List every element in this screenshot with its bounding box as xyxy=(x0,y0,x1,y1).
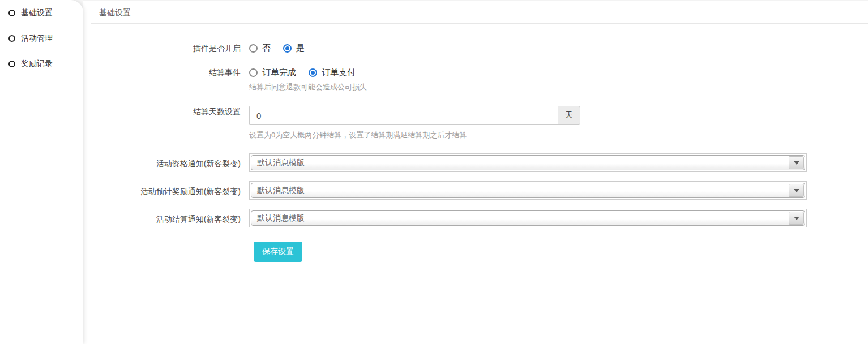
field-label: 结算天数设置 xyxy=(83,106,249,117)
save-settings-button[interactable]: 保存设置 xyxy=(254,242,302,262)
select-value: 默认消息模版 xyxy=(257,158,305,168)
field-label: 插件是否开启 xyxy=(83,42,249,54)
dropdown-arrow-button[interactable] xyxy=(789,156,804,169)
input-unit-addon: 天 xyxy=(558,106,580,125)
circle-icon xyxy=(8,61,15,67)
settlement-days-help-text: 设置为0为空大概两分钟结算，设置了结算期满足结算期之后才结算 xyxy=(249,130,868,140)
sidebar-item-label: 活动管理 xyxy=(21,33,53,44)
radio-icon[interactable] xyxy=(283,44,292,53)
select-value: 默认消息模版 xyxy=(257,186,305,196)
form-row-plugin-enabled: 插件是否开启 否 是 xyxy=(83,42,868,54)
settlement-days-input[interactable] xyxy=(249,106,558,125)
main-content: 基础设置 插件是否开启 否 是 xyxy=(83,0,868,344)
form-row-notify-settlement: 活动结算通知(新客裂变) 默认消息模版 xyxy=(83,209,868,227)
page-title: 基础设置 xyxy=(91,1,868,24)
form-row-notify-estimated-reward: 活动预计奖励通知(新客裂变) 默认消息模版 xyxy=(83,181,868,200)
button-row: 保存设置 xyxy=(83,242,868,262)
radio-option-order-paid[interactable]: 订单支付 xyxy=(309,67,356,78)
chevron-down-icon xyxy=(794,189,799,192)
select-value: 默认消息模版 xyxy=(257,213,305,223)
radio-option-label[interactable]: 否 xyxy=(262,43,271,54)
notify-qualification-select[interactable]: 默认消息模版 xyxy=(251,155,805,170)
notify-estimated-reward-select-wrap: 默认消息模版 xyxy=(249,181,807,200)
field-label: 活动预计奖励通知(新客裂变) xyxy=(83,181,249,197)
chevron-down-icon xyxy=(794,161,799,165)
radio-option-no[interactable]: 否 xyxy=(249,43,271,54)
settings-page: 基础设置 活动管理 奖励记录 基础设置 插件是否开启 xyxy=(0,0,868,344)
form-row-settlement-days: 结算天数设置 天 设置为0为空大概两分钟结算，设置了结算期满足结算期之后才结算 xyxy=(83,106,868,140)
sidebar-column: 基础设置 活动管理 奖励记录 xyxy=(0,0,83,344)
settlement-event-radio-group: 订单完成 订单支付 xyxy=(249,67,868,78)
radio-icon[interactable] xyxy=(309,68,317,77)
dropdown-arrow-button[interactable] xyxy=(789,212,804,225)
field-label: 结算事件 xyxy=(83,67,249,78)
sidebar-item-basic-settings[interactable]: 基础设置 xyxy=(0,0,83,25)
sidebar-item-reward-records[interactable]: 奖励记录 xyxy=(0,51,83,76)
plugin-enabled-radio-group: 否 是 xyxy=(249,42,868,54)
notify-settlement-select[interactable]: 默认消息模版 xyxy=(251,210,805,226)
notify-settlement-select-wrap: 默认消息模版 xyxy=(249,209,807,227)
radio-option-label[interactable]: 是 xyxy=(296,43,305,54)
settlement-days-input-group: 天 xyxy=(249,106,580,125)
notify-estimated-reward-select[interactable]: 默认消息模版 xyxy=(251,183,805,198)
dropdown-arrow-button[interactable] xyxy=(789,184,804,197)
form-row-settlement-event: 结算事件 订单完成 订单支付 结算后同意退款可能会造成公司损失 xyxy=(83,67,868,92)
radio-icon[interactable] xyxy=(249,68,258,77)
sidebar-item-label: 奖励记录 xyxy=(21,59,53,69)
radio-icon[interactable] xyxy=(249,44,258,53)
circle-icon xyxy=(8,35,15,42)
sidebar: 基础设置 活动管理 奖励记录 xyxy=(0,0,83,344)
field-label: 活动结算通知(新客裂变) xyxy=(83,209,249,225)
sidebar-item-label: 基础设置 xyxy=(21,8,53,18)
field-label: 活动资格通知(新客裂变) xyxy=(83,153,249,169)
form-row-notify-qualification: 活动资格通知(新客裂变) 默认消息模版 xyxy=(83,153,868,172)
radio-option-label[interactable]: 订单完成 xyxy=(262,67,296,78)
settings-form: 插件是否开启 否 是 结算事件 xyxy=(83,24,868,262)
radio-option-label[interactable]: 订单支付 xyxy=(322,67,356,78)
chevron-down-icon xyxy=(794,217,799,220)
settlement-event-help-text: 结算后同意退款可能会造成公司损失 xyxy=(249,82,868,92)
notify-qualification-select-wrap: 默认消息模版 xyxy=(249,153,807,172)
circle-icon xyxy=(8,10,15,16)
radio-option-order-complete[interactable]: 订单完成 xyxy=(249,67,296,78)
sidebar-item-activity-management[interactable]: 活动管理 xyxy=(0,25,83,51)
radio-option-yes[interactable]: 是 xyxy=(283,43,305,54)
